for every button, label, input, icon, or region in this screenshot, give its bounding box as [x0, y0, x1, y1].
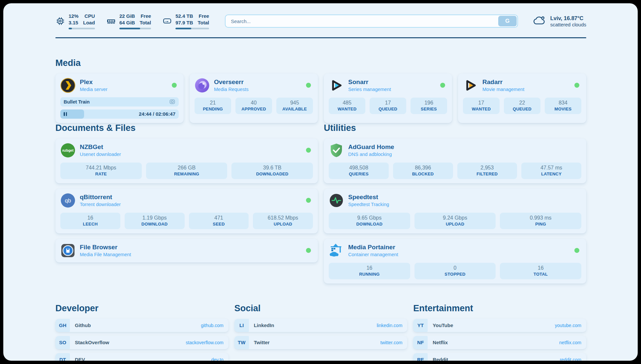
ram-stat-body: 22 GiB Free 64 GiB Total [119, 13, 151, 29]
search-input[interactable] [225, 15, 518, 28]
app-card-header: qb qBittorrent Torrent downloader [60, 193, 313, 208]
media-cards: Plex Media server Bullet Train 24:44 / 0… [55, 74, 586, 123]
bookmark-name: Netflix [433, 340, 448, 345]
developer-column: Developer GH Github github.com SO StackO… [55, 303, 229, 361]
status-online-dot [306, 248, 311, 253]
bookmark-abbr-badge: GH [55, 319, 70, 332]
speedtest-icon [329, 193, 344, 208]
bookmark-github[interactable]: GH Github github.com [55, 319, 229, 332]
stat-box: 17 WANTED [463, 98, 500, 114]
disk-stat-body: 52.4 TB Free 97.9 TB Total [175, 13, 209, 29]
disk-total-value: 97.9 TB [175, 20, 193, 26]
bookmark-url: youtube.com [555, 323, 581, 328]
dashboard-page: 12% CPU 3.15 Load 22 GiB [3, 3, 638, 361]
stat-value: 39.6 TB [233, 165, 312, 171]
app-card-header: Radarr Movie management [463, 78, 581, 93]
stat-value: 17 [371, 100, 405, 106]
disk-free-value: 52.4 TB [175, 13, 193, 19]
stat-label: RATE [62, 171, 140, 176]
disk-free-label: Free [198, 13, 209, 19]
app-card-filebrowser[interactable]: File Browser Media File Management [55, 239, 318, 262]
ram-progress-track [119, 28, 151, 29]
social-links: LI LinkedIn linkedin.com TW Twitter twit… [234, 319, 408, 349]
app-card-header: File Browser Media File Management [60, 243, 313, 258]
cpu-load-label: Load [83, 20, 95, 26]
app-card-nzbget[interactable]: nzbget NZBGet Usenet downloader 744.21 M… [55, 138, 318, 183]
app-title: qBittorrent [80, 194, 121, 201]
app-card-portainer[interactable]: Media Portainer Container management 16 … [324, 239, 586, 284]
disk-progress-track [175, 28, 209, 29]
stat-value: 485 [330, 100, 364, 106]
bookmark-url: netflix.com [559, 340, 581, 345]
cpu-stat: 12% CPU 3.15 Load [55, 13, 95, 29]
bookmark-abbr-badge: YT [413, 319, 428, 332]
developer-links: GH Github github.com SO StackOverflow st… [55, 319, 229, 361]
bookmark-twitter[interactable]: TW Twitter twitter.com [234, 336, 408, 349]
search-provider-button[interactable]: G [498, 16, 517, 26]
bookmark-youtube[interactable]: YT YouTube youtube.com [413, 319, 586, 332]
app-card-sonarr[interactable]: Sonarr Series management 485 WANTED 17 Q… [324, 74, 452, 123]
ram-icon [106, 16, 116, 26]
app-card-plex[interactable]: Plex Media server Bullet Train 24:44 / 0… [55, 74, 184, 123]
app-title: Plex [80, 78, 107, 86]
stat-value: 17 [464, 100, 498, 106]
status-online-dot [172, 83, 177, 88]
ram-total-label: Total [139, 20, 151, 26]
app-card-header: AdGuard Home DNS and adblocking [329, 143, 581, 158]
sonarr-icon [329, 78, 344, 93]
bookmark-abbr-badge: TW [234, 336, 249, 349]
utilities-column: Utilities AdGuard Home DNS and adblockin… [324, 123, 586, 284]
app-card-speedtest[interactable]: Speedtest Speedtest Tracking 9.65 Gbps D… [324, 189, 586, 233]
bookmark-linkedin[interactable]: LI LinkedIn linkedin.com [234, 319, 408, 332]
stat-value: 945 [278, 100, 312, 106]
stat-value: 0 [416, 265, 495, 271]
stat-value: 47.57 ms [523, 165, 580, 171]
cloud-icon [533, 15, 546, 27]
stat-value: 16 [330, 265, 409, 271]
documents-column: Documents & Files nzbget NZBGet Usenet d… [55, 123, 318, 284]
app-card-titles: Speedtest Speedtest Tracking [348, 194, 389, 207]
bookmark-stackoverflow[interactable]: SO StackOverflow stackoverflow.com [55, 336, 229, 349]
app-card-header: Speedtest Speedtest Tracking [329, 193, 581, 208]
entertainment-column: Entertainment YT YouTube youtube.com NF … [413, 303, 586, 361]
stat-value: 0.993 ms [501, 215, 580, 221]
app-card-overseerr[interactable]: Overseerr Media Requests 21 PENDING 40 A… [190, 74, 318, 123]
app-card-radarr[interactable]: Radarr Movie management 17 WANTED 22 QUE… [458, 74, 586, 123]
header-divider [55, 37, 586, 38]
disk-stat: 52.4 TB Free 97.9 TB Total [162, 13, 209, 29]
stat-box: 9.65 Gbps DOWNLOAD [329, 213, 410, 229]
session-icon[interactable] [169, 99, 175, 105]
bookmark-name: DEV [75, 357, 85, 361]
stat-box: 0 STOPPED [414, 263, 496, 279]
app-card-header: Media Portainer Container management [329, 243, 581, 258]
app-card-qbittorrent[interactable]: qb qBittorrent Torrent downloader 16 LEE… [55, 189, 318, 233]
app-subtitle: Container management [348, 252, 398, 257]
stat-box: 39.6 TB DOWNLOADED [231, 163, 313, 179]
bookmark-abbr-badge: NF [413, 336, 428, 349]
status-online-dot [306, 83, 311, 88]
bookmark-url: stackoverflow.com [186, 340, 223, 345]
pause-icon [64, 112, 67, 116]
status-online-dot [306, 148, 311, 153]
stat-value: 266 GB [147, 165, 226, 171]
ram-total-value: 64 GiB [119, 20, 135, 26]
app-subtitle: Torrent downloader [80, 202, 121, 207]
app-subtitle: DNS and adblocking [348, 152, 394, 157]
app-stats: 744.21 Mbps RATE 266 GB REMAINING 39.6 T… [60, 163, 313, 179]
disk-icon [162, 16, 172, 26]
bookmark-reddit[interactable]: RE Reddit reddit.com [413, 353, 586, 361]
bookmark-netflix[interactable]: NF Netflix netflix.com [413, 336, 586, 349]
app-stats: 9.65 Gbps DOWNLOAD 9.24 Gbps UPLOAD 0.99… [329, 213, 581, 229]
app-subtitle: Media Requests [214, 87, 249, 92]
stat-label: LATENCY [523, 171, 580, 176]
section-title-developer: Developer [55, 303, 229, 314]
stat-label: TOTAL [501, 272, 580, 277]
app-card-titles: Sonarr Series management [348, 78, 391, 92]
app-card-adguard[interactable]: AdGuard Home DNS and adblocking 498,508 … [324, 138, 586, 183]
stat-box: 16 LEECH [60, 213, 120, 229]
stat-value: 40 [237, 100, 271, 106]
bookmark-dev[interactable]: DT DEV dev.to [55, 353, 229, 361]
status-online-dot [574, 248, 579, 253]
stat-label: SERIES [412, 106, 446, 111]
bookmark-abbr-badge: LI [234, 319, 249, 332]
